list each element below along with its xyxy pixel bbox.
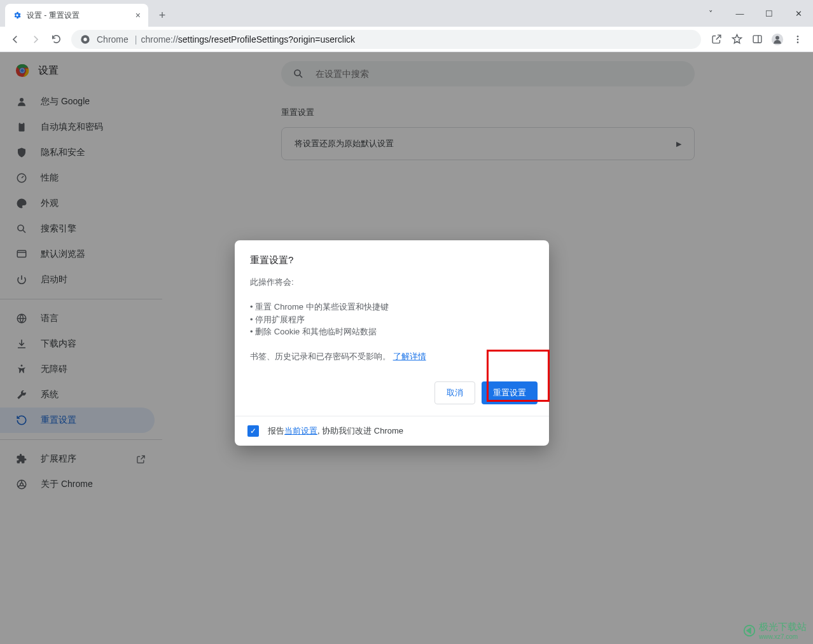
new-tab-button[interactable]: + — [153, 6, 171, 24]
svg-point-5 — [797, 36, 799, 38]
watermark-text: 极光下载站 — [759, 621, 807, 633]
share-icon[interactable] — [706, 29, 726, 50]
learn-more-link[interactable]: 了解详情 — [393, 352, 426, 361]
profile-icon[interactable] — [767, 29, 788, 50]
dialog-footer: ✓ 报告当前设置, 协助我们改进 Chrome — [235, 416, 549, 446]
url-path: settings/resetProfileSettings?origin=use… — [178, 34, 355, 45]
footer-text: 报告当前设置, 协助我们改进 Chrome — [268, 425, 403, 437]
close-tab-icon[interactable]: × — [136, 10, 141, 20]
svg-point-6 — [797, 38, 799, 40]
maximize-button[interactable]: ☐ — [754, 0, 784, 27]
dialog-title: 重置设置? — [250, 254, 534, 266]
back-button[interactable] — [5, 29, 25, 50]
watermark-url: www.xz7.com — [759, 633, 807, 640]
svg-point-7 — [797, 41, 799, 43]
confirm-reset-button[interactable]: 重置设置 — [482, 381, 538, 404]
browser-toolbar: Chrome | chrome://settings/resetProfileS… — [0, 27, 813, 52]
reload-button[interactable] — [46, 29, 66, 50]
tab-title: 设置 - 重置设置 — [27, 10, 80, 21]
dialog-bullet: • 停用扩展程序 — [250, 313, 534, 326]
menu-icon[interactable] — [788, 29, 808, 50]
svg-point-1 — [83, 38, 87, 41]
secure-label: Chrome — [97, 34, 129, 45]
dialog-bullet: • 删除 Cookie 和其他临时网站数据 — [250, 325, 534, 338]
address-bar[interactable]: Chrome | chrome://settings/resetProfileS… — [71, 30, 701, 49]
minimize-button[interactable]: — — [725, 0, 754, 27]
report-checkbox[interactable]: ✓ — [247, 425, 259, 437]
url-prefix: chrome:// — [141, 34, 177, 45]
bookmark-icon[interactable] — [726, 29, 747, 50]
dialog-body: 重置设置? 此操作将会: • 重置 Chrome 中的某些设置和快捷键 • 停用… — [235, 240, 549, 374]
dialog-subtitle: 此操作将会: — [250, 277, 534, 288]
cancel-button[interactable]: 取消 — [434, 381, 475, 404]
sidepanel-icon[interactable] — [747, 29, 767, 50]
current-settings-link[interactable]: 当前设置 — [284, 426, 317, 435]
svg-rect-2 — [753, 36, 761, 43]
gear-icon — [13, 11, 22, 20]
window-controls: ˅ — ☐ ✕ — [696, 0, 813, 27]
omnibox-divider: | — [135, 34, 137, 45]
forward-button[interactable] — [25, 29, 46, 50]
dialog-actions: 取消 重置设置 — [235, 374, 549, 416]
dialog-bullet: • 重置 Chrome 中的某些设置和快捷键 — [250, 301, 534, 313]
svg-point-4 — [775, 36, 779, 39]
window-titlebar: 设置 - 重置设置 × + ˅ — ☐ ✕ — [0, 0, 813, 27]
close-window-button[interactable]: ✕ — [784, 0, 813, 27]
dialog-note: 书签、历史记录和已存密码不受影响。 了解详情 — [250, 351, 534, 362]
reset-dialog: 重置设置? 此操作将会: • 重置 Chrome 中的某些设置和快捷键 • 停用… — [235, 240, 549, 446]
chevron-down-icon[interactable]: ˅ — [696, 0, 725, 27]
browser-tab[interactable]: 设置 - 重置设置 × — [5, 4, 148, 27]
chrome-icon — [80, 34, 90, 45]
dialog-bullets: • 重置 Chrome 中的某些设置和快捷键 • 停用扩展程序 • 删除 Coo… — [250, 301, 534, 338]
watermark: 极光下载站 www.xz7.com — [742, 621, 807, 640]
